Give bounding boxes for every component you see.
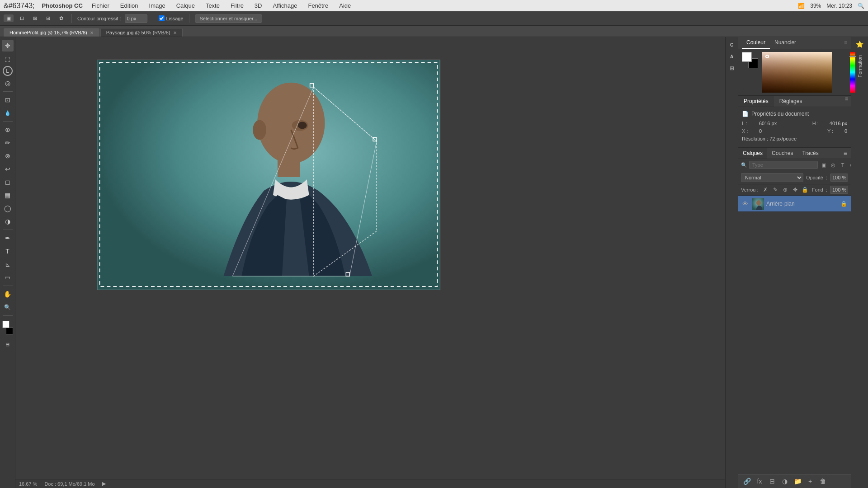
hand-tool-icon[interactable]: ✋ xyxy=(2,288,14,300)
screen-mode-icon[interactable]: ⊟ xyxy=(2,338,14,350)
path-select-icon[interactable]: ⊾ xyxy=(2,258,14,270)
props-content: 📄 Propriétés du document L : 6016 px H :… xyxy=(738,107,851,147)
tool-option-3[interactable]: ⊠ xyxy=(30,14,40,22)
menu-texte[interactable]: Texte xyxy=(204,1,222,10)
menu-filtre[interactable]: Filtre xyxy=(229,1,245,10)
tab-paysage[interactable]: Paysage.jpg @ 50% (RVB/8) ✕ xyxy=(100,28,183,37)
lissage-checkbox[interactable] xyxy=(159,15,165,21)
history-brush-icon[interactable]: ↩ xyxy=(2,163,14,175)
tab-traces[interactable]: Tracés xyxy=(797,148,823,159)
L-label: L : xyxy=(742,121,755,126)
lock-move-icon[interactable]: ✥ xyxy=(791,186,799,194)
filter-pixel-icon[interactable]: ▣ xyxy=(820,161,828,169)
tab-couches[interactable]: Couches xyxy=(767,148,797,159)
tool-option-2[interactable]: ⊡ xyxy=(17,14,27,22)
quick-select-tool-icon[interactable]: ◎ xyxy=(2,77,14,89)
fill-input[interactable] xyxy=(830,186,848,194)
lock-position-icon[interactable]: ✎ xyxy=(771,186,779,194)
layer-item-arriere-plan[interactable]: 👁 xyxy=(738,196,851,212)
menu-affichage[interactable]: Affichage xyxy=(271,1,299,10)
color-spectrum[interactable] xyxy=(762,52,832,93)
color-panel-menu[interactable]: ≡ xyxy=(844,40,847,46)
menu-aide[interactable]: Aide xyxy=(337,1,353,10)
props-tabs: Propriétés Réglages ≡ xyxy=(738,96,851,107)
lasso-tool-icon[interactable]: L xyxy=(3,66,13,76)
tool-option-4[interactable]: ⊞ xyxy=(43,14,53,22)
add-mask-button[interactable]: ⊟ xyxy=(767,476,777,486)
menu-3d[interactable]: 3D xyxy=(253,1,264,10)
layers-menu-button[interactable]: ≡ xyxy=(840,150,851,157)
add-fx-button[interactable]: fx xyxy=(755,476,764,486)
tab-calques[interactable]: Calques xyxy=(738,148,767,159)
delete-layer-button[interactable]: 🗑 xyxy=(818,476,828,486)
blur-tool-icon[interactable]: ◯ xyxy=(2,202,14,214)
lock-controls: Verrou : ✗ ✎ ⊕ ✥ 🔒 Fond : xyxy=(738,184,851,196)
formation-icon[interactable]: ⭐ xyxy=(856,41,863,48)
shape-tool-icon[interactable]: ▭ xyxy=(2,272,14,283)
fg-color-chip[interactable] xyxy=(2,321,9,328)
tool-option-5[interactable]: ✿ xyxy=(57,14,66,22)
tab-nuancier[interactable]: Nuancier xyxy=(770,37,801,49)
opacity-input[interactable] xyxy=(830,174,848,182)
lock-all-icon[interactable]: 🔒 xyxy=(801,186,809,194)
add-adjustment-button[interactable]: ◑ xyxy=(780,476,790,486)
contour-input[interactable] xyxy=(125,14,147,23)
pen-tool-icon[interactable]: ✒ xyxy=(2,232,14,244)
bg-color-chip[interactable] xyxy=(6,327,13,334)
color-chips-right[interactable] xyxy=(742,52,758,68)
tab-homme-profil[interactable]: HommeProfil.jpg @ 16,7% (RVB/8) ✕ xyxy=(4,28,99,37)
apple-logo[interactable]: &#63743; xyxy=(4,2,35,10)
menu-fichier[interactable]: Fichier xyxy=(90,1,111,10)
spectrum-container[interactable] xyxy=(762,52,847,93)
add-folder-button[interactable]: 📁 xyxy=(793,476,802,486)
search-icon[interactable]: 🔍 xyxy=(858,3,864,9)
panel-icon-2[interactable]: A xyxy=(727,52,737,61)
color-panel-icons: ≡ xyxy=(844,40,847,46)
add-layer-button[interactable]: + xyxy=(805,476,815,486)
tab-paysage-close[interactable]: ✕ xyxy=(173,30,177,35)
menu-edition[interactable]: Edition xyxy=(118,1,140,10)
color-chips[interactable] xyxy=(1,320,14,335)
clone-tool-icon[interactable]: ⊗ xyxy=(2,150,14,162)
layers-search-input[interactable] xyxy=(749,161,818,169)
text-tool-icon[interactable]: T xyxy=(2,245,14,257)
filter-adjust-icon[interactable]: ◎ xyxy=(829,161,837,169)
crop-tool-icon[interactable]: ⊡ xyxy=(2,94,14,106)
spectrum-cursor[interactable] xyxy=(765,55,769,58)
opacity-label: Opacité xyxy=(806,175,823,180)
menu-image[interactable]: Image xyxy=(147,1,167,10)
tool-option-1[interactable]: ▣ xyxy=(4,14,14,22)
healing-tool-icon[interactable]: ⊕ xyxy=(2,124,14,136)
move-tool-icon[interactable]: ✥ xyxy=(2,40,14,52)
layer-visibility-eye[interactable]: 👁 xyxy=(742,200,749,207)
tab-homme-profil-close[interactable]: ✕ xyxy=(90,30,94,35)
select-mask-button[interactable]: Sélectionner et masquer... xyxy=(195,14,263,23)
fg-chip[interactable] xyxy=(742,52,752,62)
gradient-tool-icon[interactable]: ▦ xyxy=(2,189,14,201)
lissage-checkbox-label[interactable]: Lissage xyxy=(159,15,184,21)
canvas-image[interactable] xyxy=(97,60,440,290)
eraser-tool-icon[interactable]: ◻ xyxy=(2,176,14,188)
marquee-tool-icon[interactable]: ⬚ xyxy=(2,53,14,65)
lock-pixels-icon[interactable]: ✗ xyxy=(761,186,769,194)
eyedropper-tool-icon[interactable]: 💧 xyxy=(2,107,14,119)
lock-artboards-icon[interactable]: ⊕ xyxy=(781,186,789,194)
panel-icon-1[interactable]: C xyxy=(727,40,737,50)
panel-icon-3[interactable]: ⊞ xyxy=(727,63,737,73)
tab-couleur[interactable]: Couleur xyxy=(742,37,770,49)
props-panel-menu[interactable]: ≡ xyxy=(842,96,851,107)
blend-mode-select[interactable]: Normal xyxy=(741,173,803,182)
lock-label: Verrou : xyxy=(741,187,759,192)
brush-tool-icon[interactable]: ✏ xyxy=(2,137,14,149)
tab-reglages[interactable]: Réglages xyxy=(774,96,808,107)
canvas-area[interactable]: 16,67 % Doc : 69,1 Mo/69,1 Mo ▶ xyxy=(15,37,725,488)
dodge-tool-icon[interactable]: ◑ xyxy=(2,216,14,227)
filter-type-icon[interactable]: T xyxy=(839,161,847,169)
hue-strip[interactable] xyxy=(850,52,855,93)
status-arrow[interactable]: ▶ xyxy=(102,481,106,487)
link-layers-button[interactable]: 🔗 xyxy=(742,476,752,486)
tab-proprietes[interactable]: Propriétés xyxy=(738,96,774,107)
zoom-tool-icon[interactable]: 🔍 xyxy=(2,301,14,313)
menu-calque[interactable]: Calque xyxy=(175,1,197,10)
menu-fenetre[interactable]: Fenêtre xyxy=(306,1,330,10)
